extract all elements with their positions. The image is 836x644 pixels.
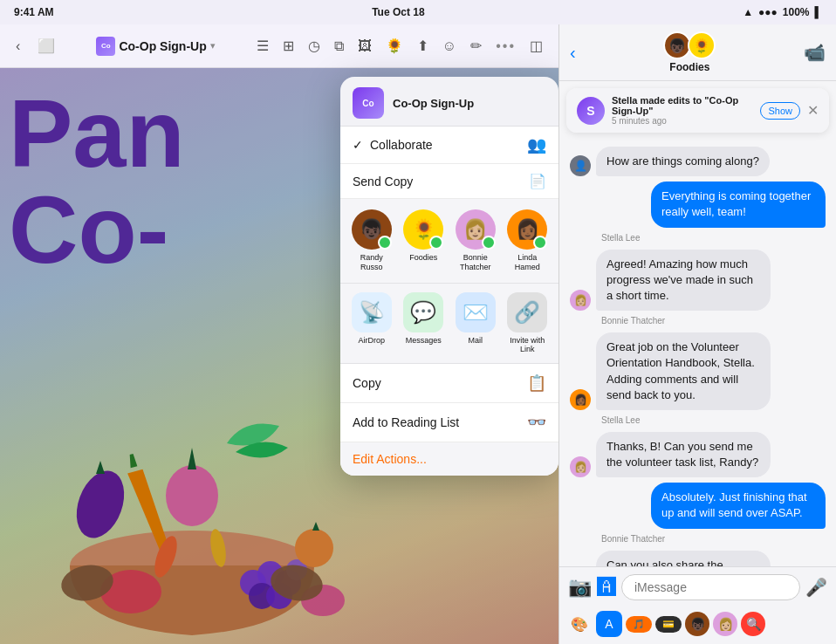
list-view-button[interactable]: ☰ xyxy=(251,34,274,58)
messages-toolbar-row: 🎨 A 🎵 💳 👦🏿 👩🏼 🔍 xyxy=(559,607,836,644)
message-input[interactable] xyxy=(621,574,800,600)
back-button[interactable]: ‹ xyxy=(10,35,25,58)
airdrop-label: AirDrop xyxy=(358,336,385,346)
randy-name: RandyRusso xyxy=(360,253,383,272)
messages-header: ‹ 👦🏿 🌻 Foodies 📹 xyxy=(559,24,836,81)
chevron-down-icon: ▾ xyxy=(210,40,216,51)
message-row: 👩🏾 Great job on the Volunteer Orientatio… xyxy=(570,332,826,410)
copy-label: Copy xyxy=(353,376,520,390)
message-bubble: Thanks, B! Can you send me the volunteer… xyxy=(596,432,771,477)
messages-back-button[interactable]: ‹ xyxy=(570,43,576,63)
checkmark-icon: ✓ xyxy=(353,138,363,152)
wifi-icon: ▲ xyxy=(743,6,753,18)
contacts-row: 👦🏿 RandyRusso 🌻 Foodies 👩🏼 xyxy=(340,199,558,284)
stella-avatar-2: 👩🏼 xyxy=(570,456,591,477)
send-copy-row[interactable]: Send Copy 📄 xyxy=(340,164,558,199)
airdrop-share[interactable]: 📡 AirDrop xyxy=(349,292,394,355)
contact-randy[interactable]: 👦🏿 RandyRusso xyxy=(349,209,394,272)
signal-icon: ●●● xyxy=(758,6,778,18)
linda-name: LindaHamed xyxy=(515,253,540,272)
status-indicators: ▲ ●●● 100% ▌ xyxy=(743,6,822,18)
document-icon[interactable]: ⬜ xyxy=(32,34,60,58)
pages-toolbar: ‹ ⬜ Co Co-Op Sign-Up ▾ ☰ ⊞ ◷ ⧉ 🖼 🌻 ⬆ ☺ ✏… xyxy=(0,24,558,68)
pen-button[interactable]: ✏ xyxy=(465,34,487,58)
messages-area: 👤 How are things coming along? Everythin… xyxy=(559,140,836,566)
audio-button[interactable]: 🎵 xyxy=(626,616,652,633)
battery-label: 100% xyxy=(783,6,810,18)
toolbar-right-buttons: ☰ ⊞ ◷ ⧉ 🖼 🌻 ⬆ ☺ ✏ ••• ◫ xyxy=(251,34,548,58)
messages-label: Messages xyxy=(406,336,442,346)
layers-button[interactable]: ⧉ xyxy=(329,34,349,58)
airdrop-icon: 📡 xyxy=(352,292,392,332)
clock-button[interactable]: ◷ xyxy=(303,34,325,58)
message-bubble: Agreed! Amazing how much progress we've … xyxy=(596,250,771,312)
apple-cash-button[interactable]: 💳 xyxy=(655,616,682,633)
emoji-button[interactable]: 🎨 xyxy=(566,611,593,637)
doc-title[interactable]: Co-Op Sign-Up xyxy=(119,39,206,53)
messages-share[interactable]: 💬 Messages xyxy=(401,292,446,355)
video-call-button[interactable]: 📹 xyxy=(804,42,826,63)
reading-list-row[interactable]: Add to Reading List 👓 xyxy=(340,403,558,442)
edit-actions-button[interactable]: Edit Actions... xyxy=(353,452,427,466)
message-row: 👩🏼 Thanks, B! Can you send me the volunt… xyxy=(570,432,826,477)
group-name[interactable]: Foodies xyxy=(669,61,709,73)
contact-avatar-1[interactable]: 👦🏿 xyxy=(685,612,709,636)
notif-show-button[interactable]: Show xyxy=(760,102,800,120)
status-time: 9:41 AM xyxy=(14,6,54,18)
notification-banner: S Stella made edits to "Co-Op Sign-Up" 5… xyxy=(566,88,829,133)
linda-avatar: 👩🏾 xyxy=(507,209,547,250)
message-bubble: How are things coming along? xyxy=(596,147,770,176)
glasses-icon: 👓 xyxy=(527,413,546,432)
notif-title: Stella made edits to "Co-Op Sign-Up" xyxy=(612,95,753,116)
bonnie-avatar: 👩🏼 xyxy=(456,209,496,250)
image-button[interactable]: 🖼 xyxy=(353,34,377,58)
contact-avatar-2[interactable]: 👩🏼 xyxy=(713,612,737,636)
collaborate-row[interactable]: ✓ Collaborate 👥 xyxy=(340,127,558,164)
foodies-avatar: 🌻 xyxy=(403,209,443,250)
message-row: Absolutely. Just finishing that up and w… xyxy=(570,483,826,528)
message-row: Everything is coming together really wel… xyxy=(570,182,826,227)
notif-close-button[interactable]: ✕ xyxy=(807,102,819,119)
notif-avatar: S xyxy=(577,97,605,125)
more-button[interactable]: ••• xyxy=(490,34,521,58)
copy-row[interactable]: Copy 📋 xyxy=(340,364,558,403)
randy-avatar: 👦🏿 xyxy=(352,209,392,250)
share-doc-thumb-text: Co xyxy=(362,99,373,108)
app-store-button[interactable]: A xyxy=(596,611,622,637)
search-toolbar-button[interactable]: 🔍 xyxy=(741,612,765,636)
copy-doc-icon: 📄 xyxy=(529,173,546,189)
contact-bonnie[interactable]: 👩🏼 BonnieThatcher xyxy=(453,209,498,272)
messages-badge xyxy=(378,236,392,250)
send-copy-label: Send Copy xyxy=(353,175,522,188)
contact-foodies[interactable]: 🌻 Foodies xyxy=(401,209,446,272)
apps-row: 📡 AirDrop 💬 Messages ✉️ Mail 🔗 Invite wi… xyxy=(340,284,558,365)
camera-button[interactable]: 📷 xyxy=(568,576,592,599)
invite-link-share[interactable]: 🔗 Invite with Link xyxy=(504,292,550,355)
voice-button[interactable]: 🎤 xyxy=(805,577,827,598)
contact-linda[interactable]: 👩🏾 LindaHamed xyxy=(504,209,550,272)
sender-label: Bonnie Thatcher xyxy=(601,316,826,325)
message-row: 👩🏼 Agreed! Amazing how much progress we'… xyxy=(570,250,826,312)
mail-share[interactable]: ✉️ Mail xyxy=(453,292,498,355)
status-bar: 9:41 AM Tue Oct 18 ▲ ●●● 100% ▌ xyxy=(0,0,836,24)
message-bubble: Great job on the Volunteer Orientation H… xyxy=(596,332,771,410)
stella-avatar: 👩🏼 xyxy=(570,290,591,311)
share-header: Co Co-Op Sign-Up xyxy=(340,77,558,127)
bonnie-name: BonnieThatcher xyxy=(460,253,491,272)
message-row: 👤 How are things coming along? xyxy=(570,147,826,176)
message-bubble: Absolutely. Just finishing that up and w… xyxy=(651,483,826,528)
sunflower-icon[interactable]: 🌻 xyxy=(380,34,408,58)
grid-view-button[interactable]: ⊞ xyxy=(278,34,299,58)
face-button[interactable]: ☺ xyxy=(437,34,462,58)
sidebar-button[interactable]: ◫ xyxy=(524,34,548,58)
bonnie-badge xyxy=(482,236,496,250)
foodies-badge xyxy=(429,236,443,250)
linda-badge xyxy=(533,236,547,250)
share-doc-thumbnail: Co xyxy=(353,87,384,119)
share-button[interactable]: ⬆ xyxy=(412,34,434,58)
apps-button[interactable]: 🅰 xyxy=(597,576,616,599)
group-avatars: 👦🏿 🌻 xyxy=(663,31,716,59)
notif-text: Stella made edits to "Co-Op Sign-Up" 5 m… xyxy=(612,95,753,126)
doc-thumbnail: Co xyxy=(96,37,115,56)
collaborate-label: Collaborate xyxy=(370,138,520,152)
